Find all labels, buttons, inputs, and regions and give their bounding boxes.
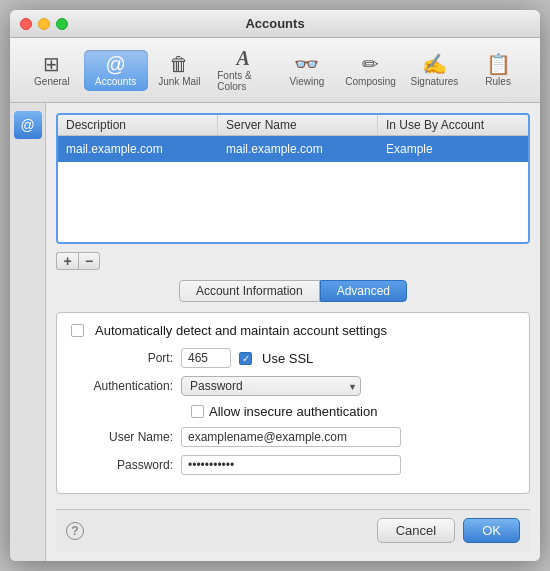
col-server-name: Server Name (218, 115, 378, 135)
traffic-lights (20, 18, 68, 30)
auth-select[interactable]: Password MD5 Challenge-Response NTLM Ker… (181, 376, 361, 396)
toolbar-label-accounts: Accounts (95, 76, 136, 87)
password-input[interactable] (181, 455, 401, 475)
auto-detect-label: Automatically detect and maintain accoun… (95, 323, 387, 338)
toolbar-item-junk-mail[interactable]: 🗑 Junk Mail (148, 50, 212, 91)
toolbar-label-viewing: Viewing (289, 76, 324, 87)
main-content: @ Description Server Name In Use By Acco… (10, 103, 540, 561)
cancel-button[interactable]: Cancel (377, 518, 455, 543)
settings-panel: Automatically detect and maintain accoun… (56, 312, 530, 494)
title-bar: Accounts (10, 10, 540, 38)
auto-detect-checkbox[interactable] (71, 324, 84, 337)
tab-account-info[interactable]: Account Information (179, 280, 320, 302)
table-row[interactable]: mail.example.com mail.example.com Exampl… (58, 136, 528, 162)
main-window: Accounts ⊞ General @ Accounts 🗑 Junk Mai… (10, 10, 540, 561)
username-label: User Name: (71, 430, 181, 444)
viewing-icon: 👓 (294, 54, 319, 74)
allow-insecure-label: Allow insecure authentication (209, 404, 377, 419)
composing-icon: ✏ (362, 54, 379, 74)
remove-server-button[interactable]: − (78, 252, 100, 270)
table-empty-area (58, 162, 528, 242)
toolbar-label-composing: Composing (345, 76, 396, 87)
port-input[interactable] (181, 348, 231, 368)
add-server-button[interactable]: + (56, 252, 78, 270)
auth-label: Authentication: (71, 379, 181, 393)
table-header: Description Server Name In Use By Accoun… (58, 115, 528, 136)
password-row: Password: (71, 455, 515, 475)
port-label: Port: (71, 351, 181, 365)
close-button[interactable] (20, 18, 32, 30)
sidebar-account-icon[interactable]: @ (14, 111, 42, 139)
toolbar-label-signatures: Signatures (410, 76, 458, 87)
tab-advanced[interactable]: Advanced (320, 280, 407, 302)
junk-mail-icon: 🗑 (169, 54, 189, 74)
rules-icon: 📋 (486, 54, 511, 74)
toolbar-label-fonts-colors: Fonts & Colors (217, 70, 269, 92)
fonts-colors-icon: A (236, 48, 249, 68)
left-sidebar: @ (10, 103, 46, 561)
use-ssl-label: Use SSL (262, 351, 313, 366)
toolbar-label-junk-mail: Junk Mail (158, 76, 200, 87)
toolbar-item-fonts-colors[interactable]: A Fonts & Colors (211, 44, 275, 96)
col-description: Description (58, 115, 218, 135)
general-icon: ⊞ (43, 54, 60, 74)
maximize-button[interactable] (56, 18, 68, 30)
help-button[interactable]: ? (66, 522, 84, 540)
insecure-row: Allow insecure authentication (71, 404, 515, 419)
auto-detect-row: Automatically detect and maintain accoun… (71, 323, 515, 338)
right-panel: Description Server Name In Use By Accoun… (46, 103, 540, 561)
col-in-use: In Use By Account (378, 115, 528, 135)
auth-row: Authentication: Password MD5 Challenge-R… (71, 376, 515, 396)
cell-description: mail.example.com (58, 140, 218, 158)
use-ssl-checkbox[interactable]: ✓ (239, 352, 252, 365)
username-input[interactable] (181, 427, 401, 447)
toolbar-label-general: General (34, 76, 70, 87)
cell-account: Example (378, 140, 528, 158)
toolbar-item-general[interactable]: ⊞ General (20, 50, 84, 91)
add-remove-row: + − (56, 252, 530, 270)
toolbar-item-viewing[interactable]: 👓 Viewing (275, 50, 339, 91)
tabs-container: Account Information Advanced (56, 280, 530, 302)
ok-button[interactable]: OK (463, 518, 520, 543)
port-input-group: ✓ Use SSL (181, 348, 313, 368)
toolbar-label-rules: Rules (485, 76, 511, 87)
toolbar-item-accounts[interactable]: @ Accounts (84, 50, 148, 91)
port-row: Port: ✓ Use SSL (71, 348, 515, 368)
minimize-button[interactable] (38, 18, 50, 30)
username-row: User Name: (71, 427, 515, 447)
toolbar: ⊞ General @ Accounts 🗑 Junk Mail A Fonts… (10, 38, 540, 103)
auth-select-wrapper: Password MD5 Challenge-Response NTLM Ker… (181, 376, 361, 396)
toolbar-item-rules[interactable]: 📋 Rules (466, 50, 530, 91)
password-label: Password: (71, 458, 181, 472)
ssl-check-row: ✓ Use SSL (239, 351, 313, 366)
servers-table: Description Server Name In Use By Accoun… (56, 113, 530, 244)
signatures-icon: ✍ (422, 54, 447, 74)
allow-insecure-checkbox[interactable] (191, 405, 204, 418)
cell-server: mail.example.com (218, 140, 378, 158)
bottom-bar: ? Cancel OK (56, 509, 530, 551)
accounts-icon: @ (105, 54, 125, 74)
toolbar-item-signatures[interactable]: ✍ Signatures (403, 50, 467, 91)
bottom-left: ? (66, 522, 369, 540)
toolbar-item-composing[interactable]: ✏ Composing (339, 50, 403, 91)
window-title: Accounts (245, 16, 304, 31)
